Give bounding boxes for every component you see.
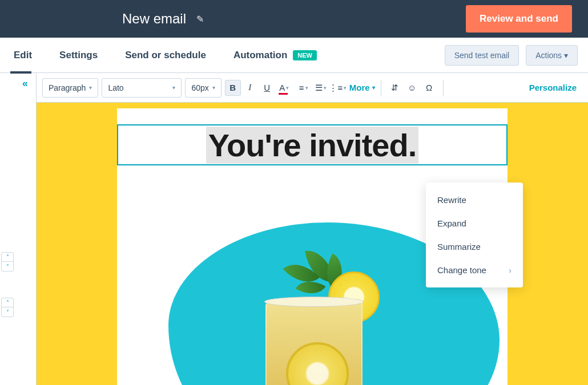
separator — [443, 80, 444, 96]
reorder-control: ˄ ˅ — [1, 298, 14, 317]
headline-block[interactable]: You're invited. — [117, 124, 508, 165]
subnav: Edit Settings Send or schedule Automatio… — [0, 38, 588, 73]
align-button[interactable]: ≡▾ — [296, 80, 312, 96]
tab-edit[interactable]: Edit — [10, 38, 46, 73]
menu-item-label: Change tone — [437, 265, 486, 275]
unordered-list-button[interactable]: ⋮≡▾ — [330, 80, 346, 96]
glass-rim — [264, 297, 364, 307]
new-badge: NEW — [293, 50, 317, 60]
chevron-down-icon: ▾ — [564, 51, 568, 60]
chevron-down-icon: ▾ — [305, 85, 308, 91]
underline-button[interactable]: U — [259, 80, 275, 96]
left-gutter: « ˄ ˅ ˄ ˅ — [0, 73, 37, 385]
send-test-email-button[interactable]: Send test email — [445, 45, 519, 66]
move-down-icon[interactable]: ˅ — [2, 262, 13, 271]
move-up-icon[interactable]: ˄ — [2, 298, 13, 307]
chevron-down-icon: ▾ — [286, 85, 289, 91]
tab-send-or-schedule[interactable]: Send or schedule — [111, 38, 220, 73]
tab-automation[interactable]: Automation NEW — [220, 38, 331, 73]
app-header: New email ✎ Review and send — [0, 0, 588, 38]
font-size-select[interactable]: 60px▾ — [185, 78, 221, 98]
ordered-list-button[interactable]: ☰▾ — [313, 80, 329, 96]
format-group: B I U A▾ — [225, 80, 292, 96]
ai-context-menu: Rewrite Expand Summarize Change tone › — [426, 183, 523, 287]
chevron-down-icon: ▾ — [372, 84, 375, 91]
review-and-send-button[interactable]: Review and send — [466, 5, 572, 33]
paragraph-style-select[interactable]: Paragraph▾ — [42, 78, 98, 98]
menu-item-summarize[interactable]: Summarize — [426, 235, 523, 258]
insert-group: ⇵ ☺ Ω — [387, 80, 437, 96]
move-down-icon[interactable]: ˅ — [2, 307, 13, 317]
chevron-down-icon: ▾ — [172, 84, 175, 91]
more-dropdown[interactable]: More▾ — [349, 83, 375, 92]
move-up-icon[interactable]: ˄ — [2, 253, 13, 262]
edit-title-icon[interactable]: ✎ — [196, 14, 204, 25]
menu-item-expand[interactable]: Expand — [426, 212, 523, 235]
tab-automation-label: Automation — [233, 50, 287, 61]
menu-item-change-tone[interactable]: Change tone › — [426, 258, 523, 282]
subnav-actions: Send test email Actions ▾ — [445, 45, 578, 66]
headline-text[interactable]: You're invited. — [206, 127, 418, 164]
chevron-down-icon: ▾ — [344, 85, 347, 91]
separator — [381, 80, 381, 96]
font-family-select[interactable]: Lato▾ — [102, 78, 182, 98]
title-wrap: New email ✎ — [122, 11, 204, 27]
menu-item-rewrite[interactable]: Rewrite — [426, 188, 523, 212]
tab-settings[interactable]: Settings — [46, 38, 111, 73]
email-title: New email — [122, 11, 186, 27]
chevron-down-icon: ▾ — [212, 84, 215, 91]
chevron-down-icon: ▾ — [324, 85, 327, 91]
chevron-right-icon: › — [509, 266, 512, 275]
emoji-icon[interactable]: ☺ — [404, 80, 420, 96]
reorder-control: ˄ ˅ — [1, 252, 14, 271]
bold-button[interactable]: B — [225, 80, 241, 96]
chevron-down-icon: ▾ — [89, 84, 92, 91]
collapse-sidebar-icon[interactable]: « — [22, 78, 28, 90]
special-char-icon[interactable]: Ω — [421, 80, 437, 96]
align-list-group: ≡▾ ☰▾ ⋮≡▾ — [296, 80, 346, 96]
italic-button[interactable]: I — [242, 80, 258, 96]
subnav-tabs: Edit Settings Send or schedule Automatio… — [10, 38, 331, 73]
lemonade-image — [254, 240, 374, 385]
text-toolbar: Paragraph▾ Lato▾ 60px▾ B I U A▾ ≡▾ ☰▾ ⋮≡… — [37, 73, 588, 103]
text-color-button[interactable]: A▾ — [276, 80, 292, 96]
link-icon[interactable]: ⇵ — [387, 80, 403, 96]
personalize-button[interactable]: Personalize — [523, 83, 582, 92]
actions-dropdown[interactable]: Actions ▾ — [526, 45, 578, 66]
